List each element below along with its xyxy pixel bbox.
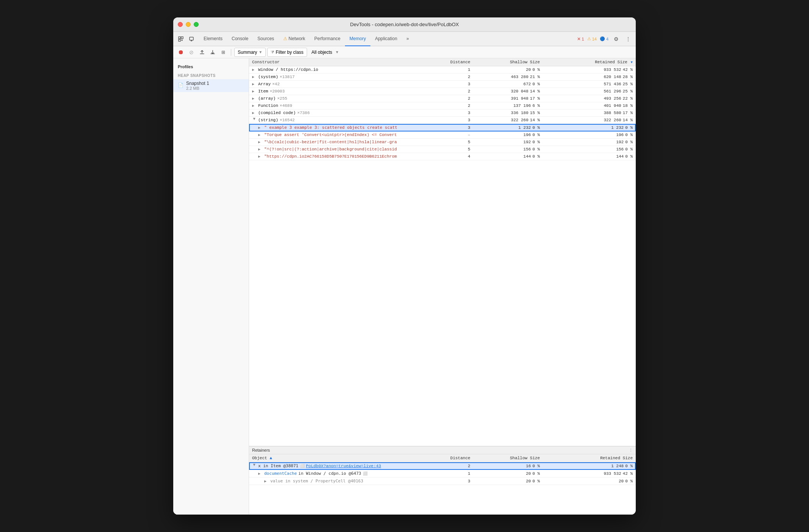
table-row[interactable]: ▶ "Torque assert 'Convert<uintptr>(endIn… (249, 131, 636, 139)
retained-size-header: Retained Size ▼ (543, 58, 636, 66)
info-count-badge[interactable]: 🔵 4 (600, 36, 608, 41)
table-row[interactable]: ▶ Function ×4689 2 137 196 6 % (249, 102, 636, 110)
table-row[interactable]: ▶ (array) ×255 2 391 948 17 % (249, 95, 636, 102)
object-name: documentCache (264, 471, 297, 476)
record-button[interactable]: ⏺ (176, 48, 185, 57)
more-options-icon[interactable]: ⋮ (624, 34, 633, 44)
expand-icon[interactable]: ▶ (264, 479, 269, 483)
ret-retained-cell: 933 532 42 % (543, 470, 636, 477)
expand-icon[interactable]: ▶ (252, 111, 257, 115)
constructor-cell: ▶ Item ×20003 (249, 88, 442, 95)
distance-cell: 2 (442, 95, 473, 102)
table-row[interactable]: ▶ "\b(calc|cubic-bezier|fit-content|hsl|… (249, 139, 636, 146)
expand-icon[interactable]: ▶ (252, 75, 257, 79)
tab-sources[interactable]: Sources (253, 32, 279, 46)
table-row[interactable]: ▶ Window / https://cdpn.io 1 20 0 % (249, 66, 636, 74)
table-row[interactable]: ▶ (string) ×16542 3 322 260 14 % (249, 117, 636, 124)
retained-cell: 196 0 % (543, 131, 636, 139)
expand-icon[interactable]: ▶ (252, 118, 257, 122)
expand-icon[interactable]: ▶ (258, 140, 263, 144)
table-row[interactable]: ▶ "https://cdpn.io2AC766158D5B7507E17015… (249, 153, 636, 160)
expand-icon[interactable]: ▶ (258, 471, 263, 476)
tab-elements[interactable]: Elements (199, 32, 227, 46)
table-row[interactable]: ▶ (compiled code) ×7386 3 336 180 (249, 110, 636, 117)
constructor-name: (system) (258, 75, 278, 79)
shallow-cell: 192 0 % (473, 139, 543, 146)
tab-network[interactable]: ⚠ Network (279, 32, 310, 46)
warning-count-badge[interactable]: ⚠ 14 (587, 36, 597, 41)
stop-button[interactable]: ⊘ (187, 48, 196, 57)
expand-icon[interactable]: ▶ (252, 67, 257, 72)
maximize-button[interactable] (194, 22, 199, 27)
inspect-icon[interactable] (176, 34, 185, 44)
retained-cell: 401 940 18 % (543, 102, 636, 110)
expand-icon[interactable]: ▶ (252, 103, 257, 108)
tab-performance[interactable]: Performance (310, 32, 345, 46)
devtools-body: Elements Console Sources ⚠ Network Perfo… (173, 32, 636, 515)
all-objects-dropdown[interactable]: All objects ▼ (309, 48, 342, 57)
constructor-cell: ▶ " example 3 example 3: scattered objec… (249, 124, 442, 131)
constructor-cell: ▶ Window / https://cdpn.io (249, 66, 442, 74)
retained-cell: 322 260 14 % (543, 117, 636, 124)
titlebar: DevTools - codepen.io/web-dot-dev/live/P… (173, 17, 636, 32)
retainer-row[interactable]: ▶ value in system / PropertyCell @40163 … (249, 477, 636, 485)
expand-icon[interactable]: ▶ (258, 133, 263, 137)
object-header[interactable]: Object ▲ (249, 454, 442, 462)
distance-cell: 3 (442, 124, 473, 131)
clear-button[interactable]: ⊞ (219, 48, 228, 57)
constructor-cell: ▶ "^(?!on|src|(?:action|archive|backgrou… (249, 146, 442, 153)
expand-icon[interactable]: ▶ (258, 154, 263, 159)
tabs-row: Elements Console Sources ⚠ Network Perfo… (173, 32, 636, 46)
download-button[interactable] (208, 48, 217, 57)
constructor-name: " example 3 example 3: scattered objects… (264, 125, 397, 130)
constructor-name: "^(?!on|src|(?:action|archive|background… (264, 147, 397, 152)
device-icon[interactable] (187, 34, 196, 44)
retainers-panel: Retainers ⋮ Object ▲ Distance (249, 446, 636, 515)
constructor-name: (string) (258, 118, 278, 122)
window-title: DevTools - codepen.io/web-dot-dev/live/P… (350, 22, 459, 27)
upload-button[interactable] (198, 48, 207, 57)
retainers-table: Object ▲ Distance Shallow Size (249, 454, 636, 485)
tab-console[interactable]: Console (227, 32, 253, 46)
expand-icon[interactable]: ▶ (258, 125, 263, 130)
constructor-name: "Torque assert 'Convert<uintptr>(endInde… (264, 133, 397, 137)
retainer-link[interactable]: PoLdb0X?anon=true&view=live:43 (306, 464, 381, 468)
ret-shallow-cell: 16 0 % (473, 462, 543, 470)
retainers-header: Retainers ⋮ (249, 446, 636, 454)
retained-cell: 571 436 25 % (543, 81, 636, 88)
table-row[interactable]: ▶ "^(?!on|src|(?:action|archive|backgrou… (249, 146, 636, 153)
constructor-name: (compiled code) (258, 111, 296, 115)
summary-dropdown[interactable]: Summary ▼ (234, 48, 266, 57)
snapshot-1-item[interactable]: 📄 Snapshot 1 2.2 MB (173, 79, 249, 92)
ret-distance-header: Distance (442, 454, 473, 462)
network-warning-icon: ⚠ (283, 36, 287, 41)
retainer-row[interactable]: ▶ x in Item @38071 ⬜ PoLdb0X?anon=true&v… (249, 462, 636, 470)
shallow-cell: 322 260 14 % (473, 117, 543, 124)
constructor-count: ×13817 (280, 75, 295, 79)
tab-memory[interactable]: Memory (345, 32, 370, 46)
table-row[interactable]: ▶ (system) ×13817 2 463 280 21 % (249, 74, 636, 81)
error-count-badge[interactable]: ✕ 1 (577, 36, 584, 42)
distance-cell: 4 (442, 153, 473, 160)
filter-by-class-btn[interactable]: ⧩ Filter by class (267, 48, 307, 57)
constructor-cell: ▶ "Torque assert 'Convert<uintptr>(endIn… (249, 131, 442, 139)
settings-icon[interactable]: ⚙ (611, 34, 621, 44)
expand-icon[interactable]: ▶ (258, 147, 263, 152)
retained-cell: 192 0 % (543, 139, 636, 146)
expand-icon[interactable]: ▶ (252, 82, 257, 86)
tab-application[interactable]: Application (370, 32, 402, 46)
close-button[interactable] (178, 22, 183, 27)
expand-icon[interactable]: ▶ (252, 464, 257, 468)
svg-rect-0 (179, 37, 180, 39)
expand-icon[interactable]: ▶ (252, 89, 257, 94)
retainer-row[interactable]: ▶ documentCache in Window / cdpn.io @647… (249, 470, 636, 477)
distance-cell: 2 (442, 74, 473, 81)
table-row[interactable]: ▶ " example 3 example 3: scattered objec… (249, 124, 636, 131)
shallow-cell: 320 048 14 % (473, 88, 543, 95)
table-row[interactable]: ▶ Array ×42 3 672 0 % (249, 81, 636, 88)
filter-icon: ⧩ (271, 50, 274, 55)
expand-icon[interactable]: ▶ (252, 96, 257, 101)
tab-more[interactable]: » (402, 32, 414, 46)
table-row[interactable]: ▶ Item ×20003 2 320 048 14 % (249, 88, 636, 95)
minimize-button[interactable] (186, 22, 191, 27)
